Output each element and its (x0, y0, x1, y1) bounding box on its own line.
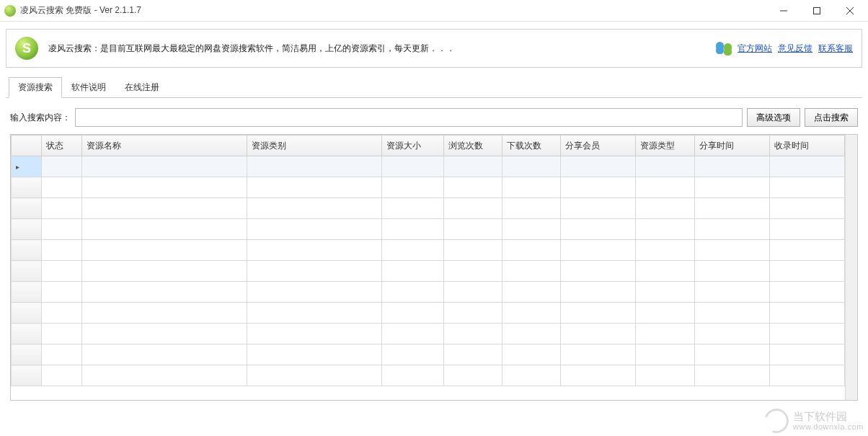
link-official-site[interactable]: 官方网站 (738, 43, 772, 55)
search-button[interactable]: 点击搜索 (805, 108, 858, 127)
cell (382, 324, 443, 344)
cell (81, 156, 247, 177)
cell (502, 344, 561, 365)
cell (502, 324, 561, 344)
cell (443, 303, 502, 324)
cell (694, 177, 769, 198)
cell (694, 303, 769, 324)
cell (247, 303, 382, 324)
cell (769, 282, 844, 303)
col-member[interactable]: 分享会员 (561, 135, 636, 156)
col-category[interactable]: 资源类别 (247, 135, 382, 156)
col-views[interactable]: 浏览次数 (443, 135, 502, 156)
link-support[interactable]: 联系客服 (818, 43, 853, 55)
watermark-url: www.downxia.com (793, 422, 864, 431)
window-controls (767, 0, 867, 22)
table-row[interactable] (12, 365, 845, 386)
cell (443, 219, 502, 240)
users-icon (716, 42, 732, 55)
info-banner: S 凌风云搜索：是目前互联网最大最稳定的网盘资源搜索软件，简洁易用，上亿的资源索… (6, 29, 862, 68)
close-button[interactable] (833, 0, 867, 22)
table-row[interactable] (12, 240, 845, 261)
maximize-button[interactable] (800, 0, 833, 22)
row-header-corner[interactable] (12, 135, 42, 156)
cell (247, 261, 382, 282)
row-header[interactable] (12, 303, 42, 324)
table-row[interactable] (12, 219, 845, 240)
cell (694, 198, 769, 219)
col-record-time[interactable]: 收录时间 (769, 135, 844, 156)
app-description: 凌风云搜索：是目前互联网最大最稳定的网盘资源搜索软件，简洁易用，上亿的资源索引，… (48, 43, 455, 55)
row-header[interactable] (12, 177, 42, 198)
cell (694, 344, 769, 365)
cell (81, 261, 247, 282)
svg-rect-0 (814, 7, 820, 14)
cell (769, 365, 844, 386)
row-header[interactable] (12, 156, 42, 177)
cell (694, 219, 769, 240)
cell (636, 198, 694, 219)
cell (81, 365, 247, 386)
cell (247, 177, 382, 198)
window-title: 凌风云搜索 免费版 - Ver 2.1.1.7 (20, 4, 141, 17)
table-row[interactable] (12, 282, 845, 303)
cell (502, 365, 561, 386)
table-row[interactable] (12, 261, 845, 282)
watermark-logo-icon (760, 404, 792, 436)
tab-search[interactable]: 资源搜索 (9, 77, 62, 98)
minimize-button[interactable] (767, 0, 800, 22)
table-row[interactable] (12, 324, 845, 344)
cell (769, 240, 844, 261)
row-header[interactable] (12, 282, 42, 303)
advanced-options-button[interactable]: 高级选项 (747, 108, 800, 127)
row-header[interactable] (12, 261, 42, 282)
search-input[interactable] (75, 108, 743, 127)
vertical-scrollbar[interactable] (845, 135, 857, 400)
cell (382, 365, 443, 386)
cell (694, 261, 769, 282)
table-row[interactable] (12, 198, 845, 219)
col-size[interactable]: 资源大小 (382, 135, 443, 156)
cell (81, 219, 247, 240)
cell (443, 282, 502, 303)
cell (41, 240, 81, 261)
col-share-time[interactable]: 分享时间 (694, 135, 769, 156)
row-header[interactable] (12, 324, 42, 344)
row-header[interactable] (12, 240, 42, 261)
row-header[interactable] (12, 219, 42, 240)
row-header[interactable] (12, 344, 42, 365)
cell (561, 156, 636, 177)
cell (561, 261, 636, 282)
cell (502, 156, 561, 177)
cell (382, 282, 443, 303)
cell (443, 261, 502, 282)
row-header[interactable] (12, 198, 42, 219)
row-header[interactable] (12, 365, 42, 386)
table-row[interactable] (12, 177, 845, 198)
table-row[interactable] (12, 344, 845, 365)
cell (247, 156, 382, 177)
cell (382, 344, 443, 365)
tab-register[interactable]: 在线注册 (115, 77, 169, 98)
col-name[interactable]: 资源名称 (81, 135, 247, 156)
col-type[interactable]: 资源类型 (636, 135, 694, 156)
logo-letter: S (22, 41, 31, 56)
cell (636, 219, 694, 240)
table-row[interactable] (12, 156, 845, 177)
cell (81, 198, 247, 219)
tab-about[interactable]: 软件说明 (62, 77, 115, 98)
cell (41, 156, 81, 177)
cell (561, 198, 636, 219)
cell (81, 282, 247, 303)
cell (382, 219, 443, 240)
cell (41, 282, 81, 303)
header-links: 官方网站 意见反馈 联系客服 (716, 42, 853, 55)
link-feedback[interactable]: 意见反馈 (778, 43, 812, 55)
col-status[interactable]: 状态 (41, 135, 81, 156)
col-downloads[interactable]: 下载次数 (502, 135, 561, 156)
cell (769, 261, 844, 282)
cell (41, 324, 81, 344)
cell (769, 219, 844, 240)
table-row[interactable] (12, 303, 845, 324)
cell (81, 303, 247, 324)
